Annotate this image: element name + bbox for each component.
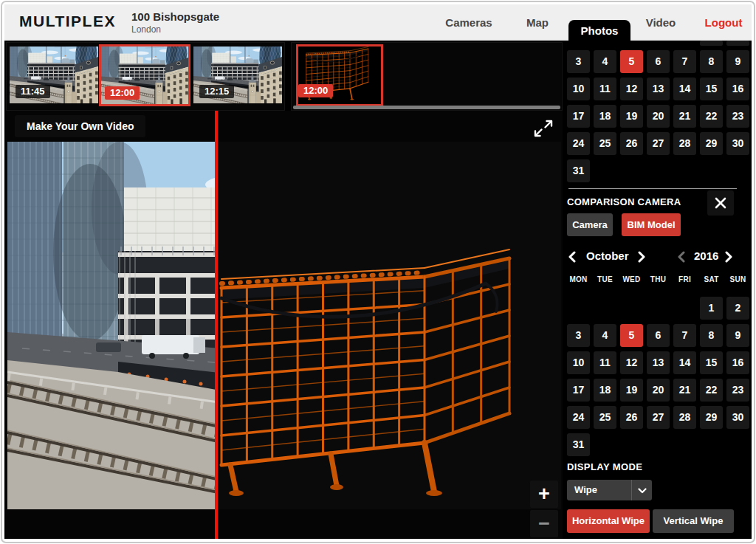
calendar-day-3[interactable]: 3	[567, 324, 590, 347]
calendar-day-1[interactable]: 1	[700, 297, 723, 320]
calendar-day-22[interactable]: 22	[700, 105, 723, 128]
calendar-day-7[interactable]: 7	[673, 324, 696, 347]
calendar-day-20[interactable]: 20	[647, 105, 670, 128]
photo-thumbnail-1215[interactable]: 12:15	[193, 47, 282, 103]
calendar-day-16[interactable]: 16	[726, 351, 749, 374]
calendar-day-1[interactable]: 1	[700, 41, 723, 46]
zoom-out-button[interactable]: −	[530, 510, 558, 537]
main-calendar: 1234567891011121314151617181920212223242…	[567, 41, 749, 182]
calendar-day-30[interactable]: 30	[726, 132, 749, 155]
calendar-day-21[interactable]: 21	[673, 105, 696, 128]
calendar-day-25[interactable]: 25	[594, 132, 616, 155]
calendar-day-19[interactable]: 19	[620, 379, 643, 402]
photo-thumbnail-1145[interactable]: 11:45	[10, 47, 98, 103]
calendar-day-23[interactable]: 23	[726, 379, 749, 402]
calendar-day-15[interactable]: 15	[700, 78, 723, 100]
month-navigation: October 2016	[567, 249, 735, 265]
chevron-down-icon	[631, 480, 652, 500]
chevron-left-icon-month[interactable]	[568, 251, 579, 263]
nav-photos-active-tab[interactable]: Photos	[568, 20, 630, 41]
calendar-day-11[interactable]: 11	[594, 351, 616, 374]
calendar-day-15[interactable]: 15	[700, 351, 723, 374]
calendar-day-26[interactable]: 26	[620, 132, 643, 155]
zoom-in-button[interactable]: +	[530, 481, 558, 508]
calendar-day-24[interactable]: 24	[567, 132, 590, 155]
horizontal-wipe-button[interactable]: Horizontal Wipe	[567, 509, 650, 533]
calendar-day-10[interactable]: 10	[567, 351, 590, 374]
nav-cameras[interactable]: Cameras	[436, 4, 502, 41]
calendar-day-31[interactable]: 31	[567, 159, 590, 182]
calendar-day-16[interactable]: 16	[726, 78, 749, 100]
calendar-day-12[interactable]: 12	[620, 351, 643, 374]
vertical-wipe-button[interactable]: Vertical Wipe	[653, 509, 734, 533]
calendar-day-4[interactable]: 4	[594, 50, 616, 73]
calendar-day-30[interactable]: 30	[726, 406, 749, 429]
display-mode-dropdown[interactable]: Wipe	[567, 480, 652, 500]
strip-scrollbar[interactable]	[293, 106, 560, 109]
bim-thumbnail-1200-selected[interactable]: 12:00	[296, 44, 383, 106]
photo-thumbnail-1200-selected[interactable]: 12:00	[99, 44, 190, 106]
thumbnail-time-badge: 12:15	[199, 85, 234, 98]
calendar-day-14[interactable]: 14	[673, 351, 696, 374]
calendar-day-14[interactable]: 14	[673, 78, 696, 100]
calendar-day-9[interactable]: 9	[726, 50, 749, 73]
calendar-day-12[interactable]: 12	[620, 78, 643, 100]
calendar-day-17[interactable]: 17	[567, 379, 590, 402]
calendar-empty-cell	[647, 433, 670, 456]
source-bim-model-button[interactable]: BIM Model	[622, 213, 681, 236]
calendar-day-6[interactable]: 6	[647, 50, 670, 73]
calendar-day-6[interactable]: 6	[647, 324, 670, 347]
wipe-divider-handle[interactable]	[215, 111, 218, 539]
make-your-own-video-button[interactable]: Make Your Own Video	[15, 115, 145, 137]
calendar-day-29[interactable]: 29	[700, 406, 723, 429]
app-content: MULTIPLEX 100 Bishopsgate London Cameras…	[4, 4, 752, 539]
calendar-day-23[interactable]: 23	[726, 105, 749, 128]
calendar-day-20[interactable]: 20	[647, 379, 670, 402]
calendar-day-5[interactable]: 5	[620, 50, 643, 73]
calendar-empty-cell	[647, 41, 670, 46]
calendar-day-21[interactable]: 21	[673, 379, 696, 402]
calendar-day-2[interactable]: 2	[726, 41, 749, 46]
calendar-day-25[interactable]: 25	[594, 406, 616, 429]
site-photo[interactable]	[7, 142, 561, 509]
calendar-day-22[interactable]: 22	[700, 379, 723, 402]
calendar-day-27[interactable]: 27	[647, 406, 670, 429]
calendar-day-31[interactable]: 31	[567, 433, 590, 456]
chevron-left-icon-year-disabled[interactable]	[678, 251, 688, 263]
calendar-day-4[interactable]: 4	[594, 324, 616, 347]
calendar-day-29[interactable]: 29	[700, 132, 723, 155]
calendar-empty-cell	[620, 159, 643, 182]
calendar-day-26[interactable]: 26	[620, 406, 643, 429]
calendar-day-28[interactable]: 28	[673, 132, 696, 155]
fullscreen-expand-button[interactable]	[530, 116, 557, 141]
calendar-day-2[interactable]: 2	[726, 297, 749, 320]
calendar-day-27[interactable]: 27	[647, 132, 670, 155]
calendar-day-9[interactable]: 9	[726, 324, 749, 347]
app-window: MULTIPLEX 100 Bishopsgate London Cameras…	[0, 0, 756, 544]
calendar-day-7[interactable]: 7	[673, 50, 696, 73]
calendar-empty-cell	[567, 297, 590, 320]
calendar-day-24[interactable]: 24	[567, 406, 590, 429]
calendar-empty-cell	[620, 297, 643, 320]
calendar-day-3[interactable]: 3	[567, 50, 590, 73]
chevron-right-icon-month[interactable]	[638, 251, 648, 263]
calendar-day-5[interactable]: 5	[620, 324, 643, 347]
calendar-day-13[interactable]: 13	[647, 78, 670, 100]
chevron-right-icon-year[interactable]	[725, 251, 735, 263]
calendar-empty-cell	[700, 159, 723, 182]
calendar-day-8[interactable]: 8	[700, 50, 723, 73]
source-camera-button[interactable]: Camera	[567, 213, 613, 236]
calendar-day-10[interactable]: 10	[567, 78, 590, 100]
calendar-day-13[interactable]: 13	[647, 351, 670, 374]
calendar-day-19[interactable]: 19	[620, 105, 643, 128]
close-comparison-button[interactable]	[707, 190, 734, 216]
calendar-day-28[interactable]: 28	[673, 406, 696, 429]
nav-video[interactable]: Video	[636, 4, 685, 41]
calendar-day-18[interactable]: 18	[594, 105, 616, 128]
calendar-day-17[interactable]: 17	[567, 105, 590, 128]
calendar-day-8[interactable]: 8	[700, 324, 723, 347]
calendar-day-18[interactable]: 18	[594, 379, 616, 402]
calendar-day-11[interactable]: 11	[594, 78, 616, 100]
nav-logout[interactable]: Logout	[698, 4, 749, 41]
nav-map[interactable]: Map	[518, 4, 557, 41]
